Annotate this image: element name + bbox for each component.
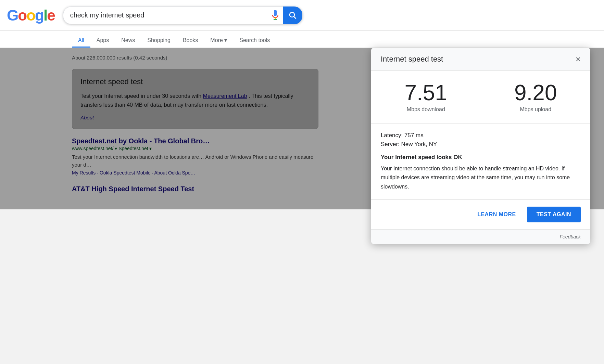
server-value: New York, NY: [401, 141, 437, 147]
mic-icon[interactable]: [267, 8, 283, 23]
tab-apps[interactable]: Apps: [90, 34, 115, 48]
tab-news[interactable]: News: [115, 34, 141, 48]
speed-status: Your Internet speed looks OK: [381, 154, 581, 161]
upload-label: Mbps upload: [488, 106, 584, 113]
tab-all[interactable]: All: [72, 34, 90, 48]
download-label: Mbps download: [378, 106, 474, 113]
speed-test-popup: Internet speed test × 7.51 Mbps download…: [371, 48, 590, 244]
svg-line-4: [294, 16, 296, 18]
search-button[interactable]: [283, 6, 302, 24]
popup-title: Internet speed test: [381, 55, 443, 64]
header: Google: [0, 0, 604, 31]
popup-footer: Feedback: [371, 229, 590, 244]
latency-row: Latency: 757 ms: [381, 132, 581, 139]
popup-header: Internet speed test ×: [371, 48, 590, 71]
tab-books[interactable]: Books: [177, 34, 204, 48]
speed-description: Your Internet connection should be able …: [381, 164, 581, 191]
search-box: [63, 6, 303, 24]
search-input[interactable]: [63, 11, 267, 19]
learn-more-button[interactable]: LEARN MORE: [472, 208, 521, 221]
svg-rect-0: [274, 10, 277, 16]
upload-metric: 9.20 Mbps upload: [481, 71, 591, 124]
upload-value: 9.20: [488, 82, 584, 104]
popup-actions: LEARN MORE TEST AGAIN: [371, 199, 590, 229]
latency-value: 757 ms: [404, 132, 424, 139]
close-button[interactable]: ×: [576, 55, 581, 64]
download-value: 7.51: [378, 82, 474, 104]
nav-bar: All Apps News Shopping Books More ▾ Sear…: [0, 31, 604, 48]
speed-metrics: 7.51 Mbps download 9.20 Mbps upload: [371, 71, 590, 124]
tab-shopping[interactable]: Shopping: [141, 34, 177, 48]
download-metric: 7.51 Mbps download: [371, 71, 481, 124]
popup-body: Latency: 757 ms Server: New York, NY You…: [371, 124, 590, 199]
tab-search-tools[interactable]: Search tools: [233, 34, 276, 48]
test-again-button[interactable]: TEST AGAIN: [527, 207, 581, 222]
google-logo: Google: [7, 7, 55, 24]
server-row: Server: New York, NY: [381, 141, 581, 148]
feedback-link[interactable]: Feedback: [560, 234, 581, 239]
tab-more[interactable]: More ▾: [204, 34, 233, 48]
